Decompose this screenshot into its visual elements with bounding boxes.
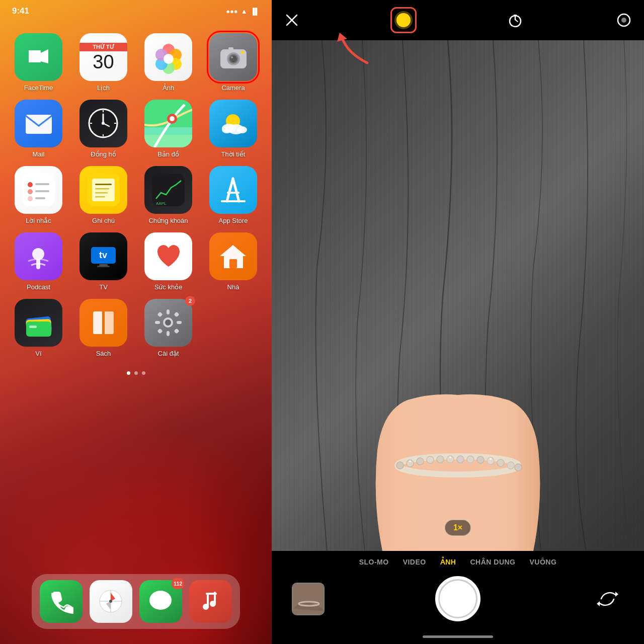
mode-slomo[interactable]: SLO-MO xyxy=(359,558,389,566)
svg-rect-44 xyxy=(35,197,45,199)
app-weather[interactable]: Thời tiết xyxy=(205,100,262,158)
app-health[interactable]: Sức khỏe xyxy=(140,232,197,291)
appstore-icon xyxy=(209,166,257,214)
page-dot-1[interactable] xyxy=(127,371,130,375)
app-books[interactable]: Sách xyxy=(75,299,132,357)
camera-mode-bar: SLO-MO VIDEO ẢNH CHÂN DUNG VUÔNG xyxy=(272,551,644,571)
thumbnail-image xyxy=(293,584,324,614)
app-podcasts[interactable]: Podcast xyxy=(10,232,67,291)
svg-point-102 xyxy=(210,601,216,607)
podcasts-icon xyxy=(15,232,62,280)
appstore-label: App Store xyxy=(219,217,248,224)
maps-label: Bản đồ xyxy=(157,150,179,158)
flip-camera-button[interactable] xyxy=(591,583,624,615)
zoom-button[interactable]: 1× xyxy=(445,520,471,536)
phone-icon xyxy=(40,580,83,623)
svg-point-14 xyxy=(230,55,237,62)
live-photo-button[interactable] xyxy=(390,7,417,33)
settings-badge: 2 xyxy=(185,296,195,306)
notes-icon xyxy=(79,166,127,214)
stocks-icon: AAPL xyxy=(144,166,192,214)
svg-rect-73 xyxy=(29,326,37,328)
mode-video[interactable]: VIDEO xyxy=(403,558,426,566)
camera-top-bar xyxy=(272,0,644,40)
svg-point-127 xyxy=(449,456,451,458)
shutter-row xyxy=(272,571,644,631)
status-bar: 9:41 ●●● ▲ ▐▌ xyxy=(0,0,272,18)
safari-icon xyxy=(90,580,132,623)
svg-point-121 xyxy=(477,456,484,463)
svg-marker-131 xyxy=(615,592,618,597)
dock-phone[interactable] xyxy=(40,580,83,623)
app-home[interactable]: Nhà xyxy=(205,232,262,291)
app-facetime[interactable]: FaceTime xyxy=(10,33,67,92)
settings-icon: 2 xyxy=(144,299,192,347)
svg-point-43 xyxy=(28,196,33,201)
svg-rect-85 xyxy=(157,311,163,317)
app-appstore[interactable]: App Store xyxy=(205,166,262,224)
svg-rect-81 xyxy=(167,309,170,314)
signal-icon: ●●● xyxy=(226,8,238,15)
shutter-button-inner xyxy=(438,579,477,618)
mode-photo[interactable]: ẢNH xyxy=(440,558,456,566)
svg-point-37 xyxy=(222,126,232,133)
timer-button[interactable] xyxy=(505,10,525,30)
app-stocks[interactable]: AAPL Chứng khoán xyxy=(140,166,197,224)
books-label: Sách xyxy=(96,350,111,357)
svg-point-15 xyxy=(231,56,233,58)
photo-thumbnail[interactable] xyxy=(292,583,325,615)
messages-badge: 112 xyxy=(172,578,184,589)
svg-point-101 xyxy=(203,604,209,610)
dock-safari[interactable] xyxy=(90,580,132,623)
svg-point-94 xyxy=(109,600,112,603)
app-mail[interactable]: Mail xyxy=(10,100,67,158)
calendar-label: Lịch xyxy=(97,84,110,92)
dock-music[interactable] xyxy=(189,580,232,623)
aspect-ratio-button[interactable] xyxy=(614,10,634,30)
app-settings[interactable]: 2 Cài đặt xyxy=(140,299,197,357)
app-wallet[interactable]: Ví xyxy=(10,299,67,357)
svg-rect-38 xyxy=(22,174,55,206)
status-time: 9:41 xyxy=(12,6,29,16)
svg-point-36 xyxy=(237,126,247,133)
app-clock[interactable]: Đồng hồ xyxy=(75,100,132,158)
app-photos[interactable]: Ảnh xyxy=(140,33,197,92)
app-maps[interactable]: Bản đồ xyxy=(140,100,197,158)
flash-button[interactable] xyxy=(282,10,302,30)
music-icon xyxy=(189,580,232,623)
dock-messages[interactable]: 112 xyxy=(139,580,182,623)
app-calendar[interactable]: THỨ TƯ 30 Lịch xyxy=(75,33,132,92)
app-camera[interactable]: Camera xyxy=(205,33,262,92)
mode-portrait[interactable]: CHÂN DUNG xyxy=(470,558,515,566)
svg-point-119 xyxy=(457,456,464,463)
svg-point-23 xyxy=(102,122,105,125)
shutter-button[interactable] xyxy=(435,576,480,621)
app-tv[interactable]: tv TV xyxy=(75,232,132,291)
svg-point-17 xyxy=(241,51,244,54)
page-dot-3[interactable] xyxy=(142,371,145,375)
app-reminders[interactable]: Lời nhắc xyxy=(10,166,67,224)
wallet-label: Ví xyxy=(35,350,41,357)
reminders-label: Lời nhắc xyxy=(26,217,51,224)
svg-rect-86 xyxy=(174,311,179,317)
mode-square[interactable]: VUÔNG xyxy=(530,558,557,566)
calendar-icon: THỨ TƯ 30 xyxy=(79,33,127,81)
app-notes[interactable]: Ghi chú xyxy=(75,166,132,224)
clock-icon xyxy=(79,100,127,147)
svg-rect-48 xyxy=(95,188,109,190)
svg-point-113 xyxy=(396,462,404,469)
home-indicator xyxy=(423,635,493,638)
camera-scene: 1× xyxy=(272,40,644,551)
podcasts-label: Podcast xyxy=(27,283,50,291)
weather-label: Thời tiết xyxy=(221,150,246,158)
mail-icon xyxy=(15,100,62,147)
svg-rect-82 xyxy=(167,331,170,336)
page-dot-2[interactable] xyxy=(134,371,138,375)
svg-point-95 xyxy=(149,591,172,610)
svg-point-125 xyxy=(515,464,522,471)
calendar-header: THỨ TƯ xyxy=(79,43,127,51)
health-icon xyxy=(144,232,192,280)
svg-rect-76 xyxy=(104,311,114,334)
page-dots xyxy=(0,371,272,375)
svg-rect-42 xyxy=(35,190,49,192)
